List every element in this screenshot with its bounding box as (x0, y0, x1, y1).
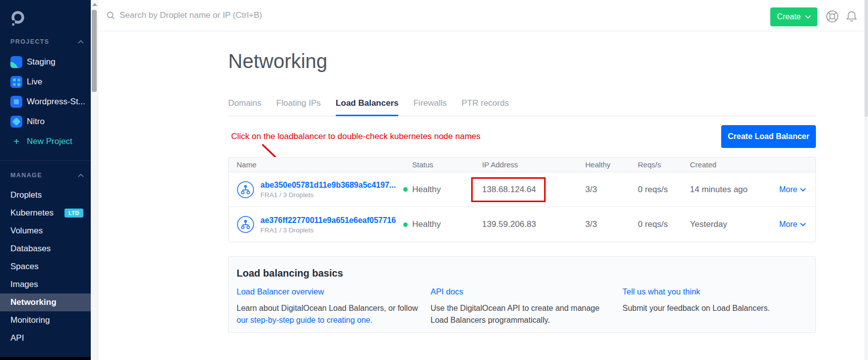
new-project-label: New Project (27, 137, 72, 146)
more-label: More (779, 185, 797, 194)
step-by-step-guide-link[interactable]: our step-by-step guide to creating one. (237, 314, 421, 326)
sidebar-item-label: Networking (10, 297, 57, 307)
chevron-down-icon (805, 15, 811, 19)
sidebar-item-label: Monitoring (10, 315, 50, 325)
digitalocean-control-panel: PROJECTS Staging Live Wordpress-St... Ni… (0, 0, 868, 360)
sidebar-item-images[interactable]: Images (0, 276, 91, 293)
load-balancer-location: FRA1 / 3 Droplets (260, 226, 396, 234)
api-docs-link[interactable]: API docs (431, 287, 463, 296)
load-balancer-overview-link[interactable]: Load Balancer overview (237, 287, 324, 296)
annotation-text: Click on the loadbalancer to double-chec… (231, 132, 481, 142)
basics-text-part: Learn about DigitalOcean Load Balancers,… (237, 304, 418, 312)
project-label: Nitro (27, 117, 45, 127)
column-header-reqs: Reqs/s (633, 160, 685, 169)
projects-list: Staging Live Wordpress-St... Nitro + New… (0, 52, 91, 151)
requests-per-second: 0 reqs/s (633, 185, 685, 195)
load-balancer-icon (237, 181, 254, 199)
sidebar-scrollbar[interactable] (91, 0, 98, 360)
networking-tabs: Domains Floating IPs Load Balancers Fire… (228, 98, 816, 116)
healthy-count: 3/3 (580, 185, 633, 195)
load-balancer-name-link[interactable]: ae376ff22770011e9a651e6eaf057716 (260, 216, 396, 225)
sidebar-item-monitoring[interactable]: Monitoring (0, 311, 91, 329)
ltd-badge: LTD (64, 209, 83, 217)
new-project-button[interactable]: + New Project (0, 132, 91, 151)
basics-title: Load balancing basics (237, 268, 807, 279)
sidebar-item-networking[interactable]: Networking (0, 293, 91, 311)
tab-floating-ips[interactable]: Floating IPs (276, 98, 321, 116)
chevron-up-icon (78, 174, 84, 177)
sidebar-project-wordpress[interactable]: Wordpress-St... (0, 92, 91, 112)
sidebar-project-staging[interactable]: Staging (0, 52, 91, 72)
create-load-balancer-button[interactable]: Create Load Balancer (721, 125, 816, 148)
sidebar-item-label: Databases (10, 244, 51, 254)
scrollbar-thumb[interactable] (92, 10, 97, 92)
tab-ptr-records[interactable]: PTR records (462, 98, 509, 116)
project-wordpress-icon (10, 96, 22, 108)
load-balancer-name-link[interactable]: abe350e05781d11e9b3689a5c4197... (260, 180, 396, 190)
more-label: More (779, 220, 797, 229)
table-header-row: Name Status IP Address Healthy Reqs/s Cr… (229, 157, 815, 172)
feedback-link[interactable]: Tell us what you think (622, 287, 700, 296)
more-menu-button[interactable]: More (779, 185, 816, 194)
created-time: 14 minutes ago (685, 185, 774, 195)
sidebar-item-volumes[interactable]: Volumes (0, 222, 91, 240)
projects-label: PROJECTS (10, 38, 50, 45)
tab-firewalls[interactable]: Firewalls (413, 98, 446, 116)
search-input[interactable] (119, 0, 436, 31)
page-scrollbar[interactable] (865, 0, 868, 360)
scrollbar-thumb[interactable] (865, 0, 868, 117)
tab-load-balancers[interactable]: Load Balancers (336, 98, 399, 116)
project-nitro-icon (10, 116, 22, 128)
main-content: Networking Domains Floating IPs Load Bal… (99, 31, 865, 360)
load-balancing-basics-panel: Load balancing basics Load Balancer over… (228, 256, 816, 333)
sidebar-item-kubernetes[interactable]: Kubernetes LTD (0, 204, 91, 222)
notifications-bell-icon[interactable] (845, 9, 859, 25)
sidebar-item-droplets[interactable]: Droplets (0, 186, 91, 204)
table-row[interactable]: ae376ff22770011e9a651e6eaf057716 FRA1 / … (229, 207, 815, 242)
project-label: Live (27, 77, 42, 87)
load-balancer-location: FRA1 / 3 Droplets (260, 191, 396, 199)
ip-address: 139.59.206.83 (482, 219, 536, 229)
load-balancer-icon (237, 216, 254, 233)
chevron-up-icon (78, 40, 84, 44)
help-lifebuoy-icon[interactable] (825, 9, 839, 25)
digitalocean-logo-icon[interactable] (9, 10, 26, 27)
sidebar-item-label: Spaces (10, 262, 39, 272)
project-label: Wordpress-St... (27, 97, 85, 107)
status-text: Healthy (412, 185, 441, 195)
project-staging-icon (10, 56, 22, 68)
search-icon (106, 11, 116, 22)
plus-icon: + (10, 136, 22, 147)
chevron-down-icon (800, 222, 806, 226)
column-header-status: Status (403, 160, 477, 169)
table-row[interactable]: abe350e05781d11e9b3689a5c4197... FRA1 / … (229, 172, 815, 207)
basics-text: Submit your feedback on Load Balancers. (622, 302, 807, 314)
create-button-label: Create (777, 12, 801, 21)
basics-text-part: Submit your feedback on Load Balancers. (622, 304, 770, 312)
create-button[interactable]: Create (770, 7, 817, 26)
basics-text: Learn about DigitalOcean Load Balancers,… (237, 302, 421, 326)
manage-section-header[interactable]: MANAGE (10, 172, 84, 179)
sidebar-item-api[interactable]: API (0, 329, 91, 347)
sidebar: PROJECTS Staging Live Wordpress-St... Ni… (0, 0, 91, 357)
project-live-icon (10, 76, 22, 88)
bottom-black-strip (0, 357, 91, 360)
sidebar-project-live[interactable]: Live (0, 72, 91, 92)
created-time: Yesterday (685, 219, 774, 229)
sidebar-item-label: Volumes (10, 226, 43, 236)
more-menu-button[interactable]: More (779, 220, 816, 229)
sidebar-item-label: Images (10, 280, 38, 289)
column-header-ip: IP Address (477, 160, 580, 169)
project-label: Staging (27, 57, 56, 67)
scroll-up-arrow-icon[interactable] (92, 3, 97, 6)
column-header-created: Created (685, 160, 774, 169)
sidebar-item-databases[interactable]: Databases (0, 240, 91, 258)
sidebar-item-label: Droplets (10, 190, 42, 200)
sidebar-divider (0, 160, 91, 161)
sidebar-item-spaces[interactable]: Spaces (0, 258, 91, 276)
load-balancer-table: Name Status IP Address Healthy Reqs/s Cr… (228, 157, 816, 242)
tab-domains[interactable]: Domains (228, 98, 261, 116)
healthy-count: 3/3 (580, 219, 633, 229)
sidebar-project-nitro[interactable]: Nitro (0, 112, 91, 132)
projects-section-header[interactable]: PROJECTS (10, 38, 84, 45)
